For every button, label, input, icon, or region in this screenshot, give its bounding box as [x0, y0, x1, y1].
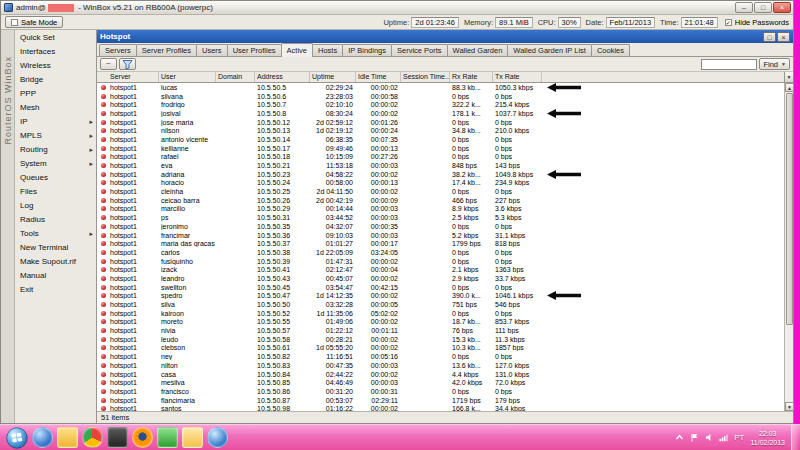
tab-service-ports[interactable]: Service Ports — [391, 44, 448, 56]
filter-button[interactable] — [119, 58, 136, 70]
column-header-uptime[interactable]: Uptime — [310, 72, 356, 82]
sidebar-item-make-supout-rif[interactable]: Make Supout.rif — [15, 255, 96, 269]
table-row[interactable]: hotspot1rafael10.5.50.1810:15:0900:27:26… — [97, 153, 784, 162]
column-header-tx-rate[interactable]: Tx Rate — [493, 72, 542, 82]
table-row[interactable]: hotspot1santos10.5.50.9801:16:2200:00:02… — [97, 404, 784, 411]
action-center-icon[interactable] — [689, 433, 699, 443]
table-row[interactable]: hotspot1lucas10.5.50.502:29:2400:00:0288… — [97, 83, 784, 92]
table-row[interactable]: hotspot1moreto10.5.50.5501:49:0600:00:02… — [97, 318, 784, 327]
language-indicator[interactable]: PT — [734, 433, 744, 442]
table-row[interactable]: hotspot1casa10.5.50.8402:44:2200:00:024.… — [97, 370, 784, 379]
column-select-button[interactable]: ▼ — [784, 72, 793, 82]
tab-cookies[interactable]: Cookies — [591, 44, 630, 56]
hide-passwords-toggle[interactable]: ✓ Hide Passwords — [725, 18, 789, 27]
table-row[interactable]: hotspot1jeronimo10.5.50.3504:32:0700:00:… — [97, 222, 784, 231]
start-button[interactable] — [5, 426, 29, 450]
table-row[interactable]: hotspot1spedro10.5.50.471d 14:12:3500:00… — [97, 292, 784, 301]
maximize-button[interactable]: □ — [754, 2, 772, 13]
table-row[interactable]: hotspot1fusiquinho10.5.50.3901:47:3100:0… — [97, 257, 784, 266]
tab-ip-bindings[interactable]: IP Bindings — [342, 44, 392, 56]
firefox-icon[interactable] — [132, 427, 153, 448]
tab-users[interactable]: Users — [196, 44, 228, 56]
table-row[interactable]: hotspot1ney10.5.50.8211:16:5100:05:160 b… — [97, 352, 784, 361]
sidebar-item-wireless[interactable]: Wireless — [15, 59, 96, 73]
hotspot-close-button[interactable]: × — [777, 32, 790, 42]
table-row[interactable]: hotspot1silva10.5.50.5003:32:2800:00:057… — [97, 300, 784, 309]
sidebar-item-exit[interactable]: Exit — [15, 283, 96, 297]
column-header-rx-rate[interactable]: Rx Rate — [450, 72, 493, 82]
sidebar-item-new-terminal[interactable]: New Terminal — [15, 241, 96, 255]
remove-button[interactable]: − — [100, 58, 117, 70]
table-row[interactable]: hotspot1nilton10.5.50.8300:47:3500:00:03… — [97, 361, 784, 370]
sidebar-item-quick-set[interactable]: Quick Set — [15, 31, 96, 45]
table-row[interactable]: hotspot1flancimaria10.5.50.8700:53:0702:… — [97, 396, 784, 405]
column-header-address[interactable]: Address — [255, 72, 310, 82]
folder-icon[interactable] — [57, 427, 78, 448]
table-row[interactable]: hotspot1josival10.5.50.808:30:2400:00:02… — [97, 109, 784, 118]
vertical-scrollbar[interactable]: ▲ ▼ — [784, 83, 793, 411]
console-icon[interactable] — [107, 427, 128, 448]
sidebar-item-ppp[interactable]: PPP — [15, 87, 96, 101]
table-row[interactable]: hotspot1leandro10.5.50.4300:45:0700:00:0… — [97, 274, 784, 283]
tab-servers[interactable]: Servers — [99, 44, 137, 56]
table-row[interactable]: hotspot1silvana10.5.50.623:28:0300:00:58… — [97, 92, 784, 101]
table-row[interactable]: hotspot1eva10.5.50.2111:53:1800:00:03848… — [97, 161, 784, 170]
browser-icon[interactable] — [82, 427, 103, 448]
sidebar-item-radius[interactable]: Radius — [15, 213, 96, 227]
table-row[interactable]: hotspot1ceicao barra10.5.50.262d 00:42:1… — [97, 196, 784, 205]
hide-passwords-checkbox[interactable]: ✓ — [725, 19, 732, 26]
table-row[interactable]: hotspot1mesilva10.5.50.8504:46:4900:00:0… — [97, 378, 784, 387]
sidebar-item-tools[interactable]: Tools▸ — [15, 227, 96, 241]
column-header-session-time[interactable]: Session Time... — [401, 72, 450, 82]
sidebar-item-ip[interactable]: IP▸ — [15, 115, 96, 129]
tab-walled-garden-ip-list[interactable]: Walled Garden IP List — [507, 44, 592, 56]
window-titlebar[interactable]: admin@ - WinBox v5.21 on RB600A (powerpc… — [1, 1, 793, 15]
table-row[interactable]: hotspot1leudo10.5.50.5800:28:2100:00:021… — [97, 335, 784, 344]
find-dropdown[interactable]: Find ▼ — [759, 58, 790, 70]
table-row[interactable]: hotspot1cleinha10.5.50.252d 04:11:5000:0… — [97, 187, 784, 196]
column-header-server[interactable]: Server — [97, 72, 159, 82]
table-row[interactable]: hotspot1izack10.5.50.4102:12:4700:00:042… — [97, 265, 784, 274]
sidebar-item-queues[interactable]: Queues — [15, 171, 96, 185]
table-row[interactable]: hotspot1antonio vicente10.5.50.1406:38:3… — [97, 135, 784, 144]
table-row[interactable]: hotspot1ps10.5.50.3103:44:5200:00:032.5 … — [97, 213, 784, 222]
table-row[interactable]: hotspot1francisco10.5.50.8600:31:2000:00… — [97, 387, 784, 396]
tab-active[interactable]: Active — [281, 43, 313, 57]
sidebar-item-interfaces[interactable]: Interfaces — [15, 45, 96, 59]
table-row[interactable]: hotspot1maria das gracas10.5.50.3701:01:… — [97, 239, 784, 248]
column-header-idle-time[interactable]: Idle Time — [356, 72, 401, 82]
sidebar-item-manual[interactable]: Manual — [15, 269, 96, 283]
table-row[interactable]: hotspot1marcilio10.5.50.2900:14:4400:00:… — [97, 205, 784, 214]
sidebar-item-bridge[interactable]: Bridge — [15, 73, 96, 87]
close-button[interactable]: × — [773, 2, 791, 13]
hotspot-restore-button[interactable]: □ — [763, 32, 776, 42]
volume-icon[interactable] — [704, 433, 714, 443]
hotspot-titlebar[interactable]: Hotspot □ × — [97, 30, 793, 43]
media-player-icon[interactable] — [32, 427, 53, 448]
table-row[interactable]: hotspot1carlos10.5.50.381d 22:05:0903:24… — [97, 248, 784, 257]
table-row[interactable]: hotspot1nilson10.5.50.131d 02:19:1200:00… — [97, 126, 784, 135]
sidebar-item-routing[interactable]: Routing▸ — [15, 143, 96, 157]
show-hidden-icons-arrow[interactable] — [674, 433, 684, 443]
column-header-user[interactable]: User — [159, 72, 216, 82]
tab-walled-garden[interactable]: Walled Garden — [447, 44, 509, 56]
tab-hosts[interactable]: Hosts — [312, 44, 343, 56]
messenger-icon[interactable] — [157, 427, 178, 448]
find-input[interactable] — [701, 59, 757, 70]
table-row[interactable]: hotspot1swellton10.5.50.4503:54:4700:42:… — [97, 283, 784, 292]
table-row[interactable]: hotspot1clebson10.5.50.611d 05:55:2000:0… — [97, 344, 784, 353]
table-row[interactable]: hotspot1adriana10.5.50.2304:58:2200:00:0… — [97, 170, 784, 179]
sidebar-item-system[interactable]: System▸ — [15, 157, 96, 171]
taskbar-clock[interactable]: 22:03 11/02/2013 — [750, 429, 785, 447]
table-row[interactable]: hotspot1francimar10.5.50.3609:10:0300:00… — [97, 231, 784, 240]
safe-mode-button[interactable]: Safe Mode — [5, 16, 63, 28]
show-desktop-button[interactable] — [791, 425, 798, 450]
documents-folder-icon[interactable] — [182, 427, 203, 448]
table-row[interactable]: hotspot1nivia10.5.50.5701:22:1200:01:117… — [97, 326, 784, 335]
minimize-button[interactable]: – — [735, 2, 753, 13]
tab-user-profiles[interactable]: User Profiles — [227, 44, 282, 56]
scrollbar-thumb[interactable] — [786, 93, 793, 325]
tab-server-profiles[interactable]: Server Profiles — [136, 44, 197, 56]
table-row[interactable]: hotspot1kairoon10.5.50.521d 11:35:0605:0… — [97, 309, 784, 318]
scroll-up-arrow[interactable]: ▲ — [785, 83, 794, 92]
